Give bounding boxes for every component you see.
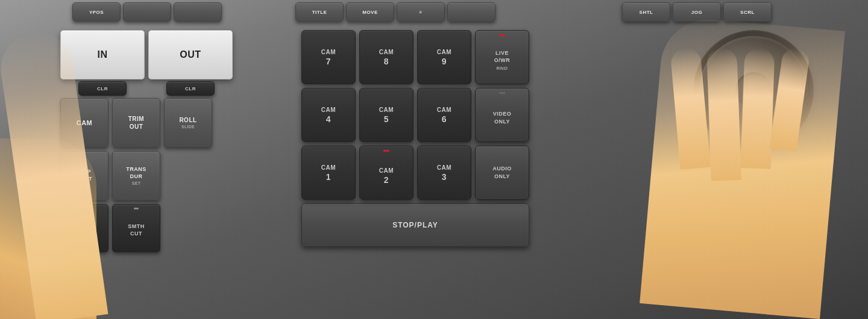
- key-ypos[interactable]: YPOS: [72, 2, 121, 22]
- full-keyboard: YPOS TITLE MOVE ≡ SHTL JOG SCRL: [0, 0, 868, 319]
- cam-section: CAM 7 CAM 8 CAM 9 LIVEO/WR RND CAM 4: [301, 30, 529, 294]
- menu-icon: ≡: [419, 10, 422, 15]
- stop-play-label: STOP/PLAY: [392, 221, 438, 229]
- key-stop-play[interactable]: STOP/PLAY: [301, 203, 529, 247]
- key-trim-out-label: TRIMOUT: [128, 115, 144, 131]
- key-jog-label: JOG: [691, 10, 702, 15]
- key-scrl-label: SCRL: [740, 10, 755, 15]
- key-cam8[interactable]: CAM 8: [359, 30, 414, 84]
- cam9-label: CAM: [437, 49, 451, 55]
- bottom-cam-row: STOP/PLAY: [301, 203, 529, 294]
- key-move[interactable]: MOVE: [346, 2, 394, 22]
- key-jog[interactable]: JOG: [673, 2, 721, 22]
- video-only-indicator: [499, 92, 505, 94]
- cam7-label: CAM: [321, 49, 336, 55]
- finger-2: [706, 48, 741, 181]
- finger-3: [741, 48, 775, 169]
- cam-row2: CAM 4 CAM 5 CAM 6 VIDEOONLY: [301, 88, 529, 142]
- edit-row2: CAM TRIMOUT ROLL SLIDE: [60, 98, 233, 147]
- key-live-owr[interactable]: LIVEO/WR RND: [475, 30, 529, 84]
- key-clr-out-label: CLR: [185, 86, 196, 91]
- key-shtl[interactable]: SHTL: [622, 2, 670, 22]
- smth-indicator: [134, 208, 139, 209]
- key-title[interactable]: TITLE: [295, 2, 344, 22]
- key-trim-out[interactable]: TRIMOUT: [112, 98, 160, 147]
- key-title-label: TITLE: [312, 10, 327, 15]
- cam2-num: 2: [384, 175, 389, 185]
- top-row-mid: TITLE MOVE ≡: [295, 2, 495, 22]
- cam4-label: CAM: [321, 107, 336, 113]
- cam7-num: 7: [326, 57, 331, 66]
- live-owr-indicator-red: [499, 34, 505, 36]
- key-scrl[interactable]: SCRL: [723, 2, 772, 22]
- key-move-label: MOVE: [362, 10, 378, 15]
- key-out-label: OUT: [180, 49, 201, 60]
- cam2-indicator-red: [383, 150, 389, 152]
- key-clr-out[interactable]: CLR: [166, 81, 215, 96]
- cam8-num: 8: [384, 57, 389, 66]
- key-trans-dur[interactable]: TRANSDUR SET: [112, 151, 160, 200]
- key-cam1[interactable]: CAM 1: [301, 146, 356, 200]
- key-video-only[interactable]: VIDEOONLY: [475, 88, 529, 142]
- top-row-left: YPOS: [72, 2, 222, 22]
- cam-spacer: [301, 250, 356, 294]
- key-clr-in-label: CLR: [97, 86, 108, 91]
- key-shtl-label: SHTL: [640, 10, 653, 15]
- cam5-label: CAM: [379, 107, 394, 113]
- key-video-only-label: VIDEOONLY: [493, 110, 512, 125]
- key-menu[interactable]: ≡: [397, 2, 445, 22]
- cam3-num: 3: [442, 172, 447, 182]
- cam1-label: CAM: [321, 164, 336, 171]
- cam5-num: 5: [384, 114, 389, 124]
- finger-4: [769, 47, 810, 152]
- in-out-row: IN CLR OUT CLR: [60, 30, 233, 96]
- key-empty3[interactable]: [447, 2, 495, 22]
- key-cam4[interactable]: CAM 4: [301, 88, 356, 142]
- right-fingers-overlay: [675, 48, 808, 199]
- key-smth-cut-label: SMTHCUT: [128, 223, 145, 237]
- key-live-owr-label: LIVEO/WR: [494, 49, 511, 64]
- key-empty2[interactable]: [174, 2, 222, 22]
- key-audio-only[interactable]: AUDIOONLY: [475, 146, 529, 200]
- key-cam5[interactable]: CAM 5: [359, 88, 414, 142]
- key-cam3[interactable]: CAM 3: [417, 146, 471, 200]
- key-cam9[interactable]: CAM 9: [417, 30, 471, 84]
- key-roll[interactable]: ROLL SLIDE: [164, 98, 212, 147]
- cam9-num: 9: [442, 57, 447, 66]
- key-cam7[interactable]: CAM 7: [301, 30, 356, 84]
- top-row-right: SHTL JOG SCRL: [622, 2, 772, 22]
- key-clr-in[interactable]: CLR: [78, 81, 127, 96]
- key-smth-cut[interactable]: SMTHCUT: [112, 204, 160, 252]
- cam-row3: CAM 1 CAM 2 CAM 3 AUDIOONLY: [301, 146, 529, 200]
- cam3-label: CAM: [437, 164, 451, 171]
- cam4-num: 4: [326, 114, 331, 124]
- key-roll-sublabel: SLIDE: [181, 125, 195, 129]
- key-ypos-label: YPOS: [89, 10, 104, 15]
- key-audio-only-label: AUDIOONLY: [492, 165, 512, 180]
- key-live-owr-sub: RND: [497, 66, 508, 72]
- cam1-num: 1: [326, 172, 331, 182]
- key-in-label: IN: [98, 49, 108, 60]
- key-trans-dur-sublabel: SET: [132, 181, 141, 185]
- cam6-num: 6: [442, 114, 447, 124]
- key-trans-dur-label: TRANSDUR: [126, 166, 146, 180]
- finger-1: [670, 47, 710, 170]
- key-cam2[interactable]: CAM 2: [359, 146, 414, 200]
- cam8-label: CAM: [379, 49, 394, 55]
- cam-row1: CAM 7 CAM 8 CAM 9 LIVEO/WR RND: [301, 30, 529, 84]
- out-key-group: OUT CLR: [148, 30, 233, 96]
- cam6-label: CAM: [437, 107, 451, 113]
- key-roll-label: ROLL: [179, 117, 197, 123]
- key-cam6[interactable]: CAM 6: [417, 88, 471, 142]
- key-out[interactable]: OUT: [148, 30, 233, 79]
- cam2-label: CAM: [379, 167, 394, 174]
- key-empty1[interactable]: [123, 2, 171, 22]
